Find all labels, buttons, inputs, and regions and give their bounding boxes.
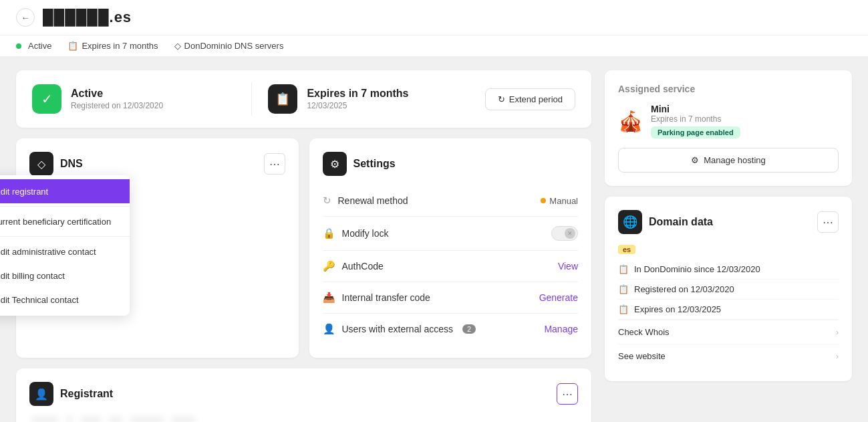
- registrant-title: Registrant: [60, 388, 113, 400]
- status-subtitle: Registered on 12/03/2020: [71, 101, 163, 110]
- authcode-view-link[interactable]: View: [558, 261, 578, 272]
- domain-data-header: 🌐 Domain data ⋯: [618, 210, 839, 234]
- check-whois-row[interactable]: Check Whois ›: [618, 320, 839, 344]
- manage-hosting-icon: ⚙: [691, 155, 699, 165]
- registrant-data: [29, 415, 578, 422]
- blur-field-3: [81, 417, 101, 422]
- check-whois-label: Check Whois: [618, 327, 670, 337]
- renewal-method-left: ↻ Renewal method: [323, 195, 408, 207]
- calendar-icon-3: 📋: [618, 304, 629, 314]
- blur-field-2: [66, 417, 73, 422]
- toggle-x-icon: ✕: [565, 228, 575, 239]
- dropdown-item-technical[interactable]: ✏ Edit Technical contact: [0, 288, 130, 312]
- dns-icon: ◇: [174, 41, 181, 51]
- dropdown-item-label: Edit billing contact: [0, 271, 65, 281]
- internal-transfer-row: 📥 Internal transfer code Generate: [323, 282, 579, 314]
- dns-card: ◇ DNS ⋯ DonDominio DNS s... ns1.dondomin…: [16, 138, 299, 358]
- back-button[interactable]: ←: [16, 8, 35, 27]
- domain-data-row-2: 📋 Registered on 12/03/2020: [618, 280, 839, 300]
- lock-icon: 🔒: [323, 227, 335, 239]
- domain-title: ██████.es: [43, 9, 132, 26]
- chevron-right-icon-2: ›: [836, 352, 839, 361]
- domain-data-title-row: 🌐 Domain data: [618, 210, 713, 234]
- renewal-icon: ↻: [323, 195, 331, 207]
- generate-link[interactable]: Generate: [539, 292, 578, 303]
- calendar-icon: 📋: [67, 41, 78, 51]
- dropdown-item-beneficiary[interactable]: ↓ Current beneficiary certification: [0, 209, 130, 233]
- status-title: Active: [71, 88, 163, 100]
- registrant-title-row: 👤 Registrant: [29, 382, 113, 406]
- see-website-row[interactable]: See website ›: [618, 344, 839, 368]
- active-status: Active: [16, 41, 51, 51]
- blur-field-1: [31, 417, 58, 422]
- left-column: ✓ Active Registered on 12/03/2020 📋 Expi…: [16, 70, 591, 422]
- settings-card: ⚙ Settings ↻ Renewal method Manual: [309, 138, 592, 358]
- modify-lock-toggle[interactable]: ✕: [551, 226, 578, 241]
- service-icon: 🎪: [618, 110, 643, 133]
- settings-title-row: ⚙ Settings: [323, 152, 396, 176]
- blur-field-5: [130, 417, 164, 422]
- dns-menu-button[interactable]: ⋯: [264, 153, 285, 175]
- domain-data-label-1: In DonDominio since 12/03/2020: [634, 264, 760, 274]
- domain-data-card: 🌐 Domain data ⋯ es 📋 In DonDominio since…: [605, 197, 852, 381]
- domain-data-menu-button[interactable]: ⋯: [817, 211, 839, 233]
- orange-dot: [541, 198, 546, 203]
- modify-lock-label: Modify lock: [342, 228, 389, 239]
- active-dot: [16, 43, 21, 49]
- domain-data-title: Domain data: [649, 216, 713, 228]
- status-info: Active Registered on 12/03/2020: [71, 88, 163, 110]
- manual-label: Manual: [549, 196, 578, 206]
- modify-lock-left: 🔒 Modify lock: [323, 227, 389, 239]
- dropdown-item-label: Current beneficiary certification: [0, 217, 111, 227]
- assigned-service-title: Assigned service: [618, 84, 839, 94]
- domain-data-row-3: 📋 Expires on 12/03/2025: [618, 300, 839, 320]
- service-name: Mini: [651, 104, 740, 114]
- service-row: 🎪 Mini Expires in 7 months Parking page …: [618, 104, 839, 138]
- manage-link[interactable]: Manage: [544, 324, 578, 334]
- extend-icon: ↻: [498, 94, 505, 104]
- users-count-badge: 2: [462, 324, 476, 334]
- dropdown-item-edit-registrant[interactable]: ✏ Edit registrant: [0, 179, 130, 203]
- settings-card-header: ⚙ Settings: [323, 152, 579, 176]
- status-icon: ✓: [32, 84, 61, 114]
- see-website-label: See website: [618, 351, 666, 361]
- tld-badge: es: [618, 245, 635, 254]
- blur-field-6: [172, 417, 195, 422]
- extend-label: Extend period: [509, 94, 563, 104]
- external-access-row: 👤 Users with external access 2 Manage: [323, 314, 579, 344]
- dropdown-item-admin[interactable]: ✏ Edit administrative contact: [0, 239, 130, 263]
- manage-hosting-button[interactable]: ⚙ Manage hosting: [618, 148, 839, 173]
- users-icon: 👤: [323, 323, 335, 335]
- authcode-row: 🔑 AuthCode View: [323, 251, 579, 282]
- authcode-label: AuthCode: [342, 261, 384, 272]
- active-label: Active: [28, 41, 51, 51]
- dropdown-divider2: [0, 236, 130, 237]
- transfer-icon: 📥: [323, 292, 335, 304]
- dropdown-item-label: Edit Technical contact: [0, 295, 79, 305]
- divider: [251, 82, 252, 116]
- right-column: Assigned service 🎪 Mini Expires in 7 mon…: [605, 70, 852, 422]
- expiry-info: Expires in 7 months 12/03/2025: [307, 88, 408, 110]
- settings-title: Settings: [353, 158, 396, 170]
- dropdown-item-billing[interactable]: ✏ Edit billing contact: [0, 263, 130, 288]
- authcode-icon: 🔑: [323, 260, 335, 272]
- assigned-service-card: Assigned service 🎪 Mini Expires in 7 mon…: [605, 70, 852, 186]
- registrant-card-header: 👤 Registrant ⋯: [29, 382, 578, 406]
- extend-period-button[interactable]: ↻ Extend period: [485, 88, 575, 110]
- registrant-menu-button[interactable]: ⋯: [557, 383, 578, 405]
- settings-icon-box: ⚙: [323, 152, 347, 176]
- authcode-left: 🔑 AuthCode: [323, 260, 384, 272]
- external-access-label: Users with external access: [342, 324, 454, 334]
- expires-status: 📋 Expires in 7 months: [67, 41, 158, 51]
- domain-data-label-2: Registered on 12/03/2020: [634, 284, 734, 294]
- top-bar: ← ██████.es: [0, 0, 868, 35]
- dropdown-item-label: Edit administrative contact: [0, 247, 96, 257]
- globe-icon-box: 🌐: [618, 210, 642, 234]
- dns-title: DNS: [60, 158, 83, 170]
- expires-label: Expires in 7 months: [82, 41, 158, 51]
- internal-transfer-left: 📥 Internal transfer code: [323, 292, 430, 304]
- parking-badge: Parking page enabled: [651, 126, 740, 138]
- manual-badge: Manual: [541, 196, 578, 206]
- manage-hosting-label: Manage hosting: [704, 155, 766, 165]
- chevron-right-icon-1: ›: [836, 328, 839, 337]
